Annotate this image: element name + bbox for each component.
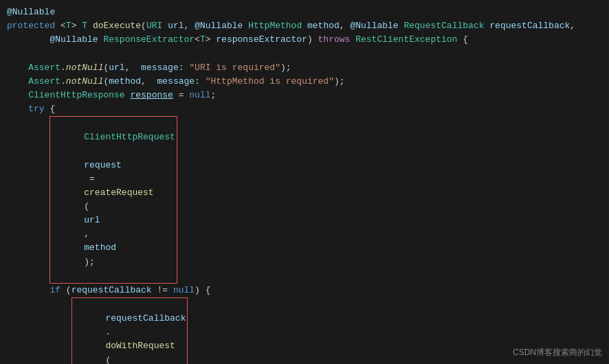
code-line-3: @Nullable ResponseExtractor < T > respon… (0, 33, 609, 47)
keyword-protected: protected (7, 19, 55, 33)
code-line-6: Assert . notNull ( method , message: "Ht… (0, 75, 609, 89)
code-line-9: ClientHttpRequest request = createReques… (0, 116, 609, 284)
annotation-nullable: @Nullable (7, 5, 55, 19)
code-line-7: ClientHttpResponse response = null ; (0, 89, 609, 102)
code-line-8: try { (0, 102, 609, 116)
highlight-create-request: ClientHttpRequest request = createReques… (49, 116, 177, 284)
highlight-do-with-request: requestCallback . doWithRequest ( reques… (71, 297, 188, 364)
code-line-5: Assert . notNull ( url , message: "URI i… (0, 61, 609, 75)
code-line-2: protected <T> T doExecute ( URI url , @N… (0, 19, 609, 33)
code-editor: @Nullable protected <T> T doExecute ( UR… (0, 0, 609, 364)
code-line-4 (0, 47, 609, 60)
method-name: doExecute (93, 19, 141, 33)
code-line-10: if ( requestCallback != null ) { (0, 284, 609, 297)
watermark-text: CSDN博客搜索商的幻觉 (513, 347, 602, 359)
code-line-1: @Nullable (0, 5, 609, 19)
